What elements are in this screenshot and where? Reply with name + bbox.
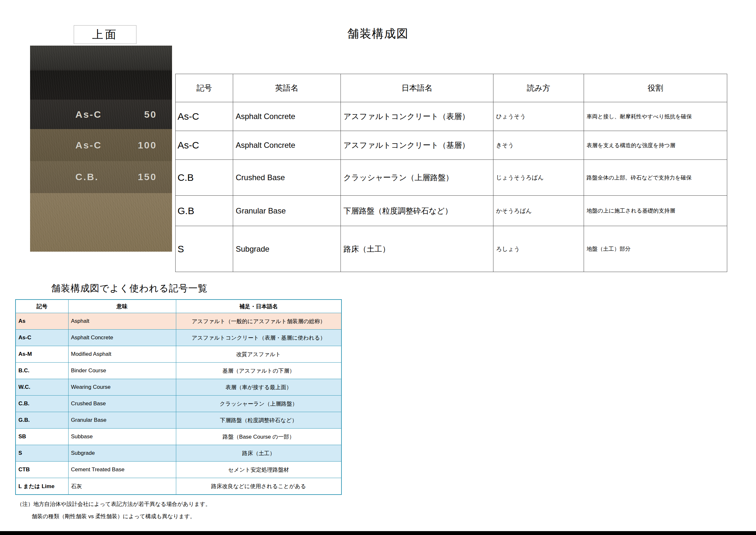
cell-symbol: G.B [176, 196, 233, 226]
cell-meaning: Cement Treated Base [68, 462, 176, 478]
cell-japanese: 下層路盤（粒度調整砕石など） [341, 196, 494, 226]
layer-symbol: As-C [75, 140, 102, 151]
symbol-table-container: 記号意味補足・日本語名 AsAsphaltアスファルト（一般的にアスファルト舗装… [15, 299, 342, 495]
cell-symbol: G.B. [15, 412, 68, 429]
cell-note: 下層路盤（粒度調整砕石など） [176, 412, 341, 429]
layer-thickness: 100 [138, 140, 157, 151]
cell-english: Asphalt Concrete [233, 131, 341, 160]
column-header: 記号 [176, 74, 233, 102]
cell-english: Crushed Base [233, 160, 341, 196]
table-row: As-CAsphalt Concreteアスファルトコンクリート（表層・基層に使… [15, 330, 341, 346]
cell-note: アスファルトコンクリート（表層・基層に使われる） [176, 330, 341, 346]
cell-meaning: Modified Asphalt [68, 346, 176, 363]
cell-japanese: 路床（土工） [341, 226, 494, 272]
table-row: C.BCrushed Baseクラッシャーラン（上層路盤）じょうそうろばん路盤全… [176, 160, 727, 196]
layer-symbol: As-C [75, 109, 102, 120]
cell-symbol: S [15, 445, 68, 462]
symbol-table-header-row: 記号意味補足・日本語名 [15, 299, 341, 313]
cell-role: 路盤全体の上部。砕石などで支持力を確保 [584, 160, 727, 196]
table-row: W.C.Wearing Course表層（車が接する最上面） [15, 379, 341, 396]
cell-reading: かそうろばん [494, 196, 584, 226]
cell-symbol: C.B. [15, 396, 68, 412]
table-row: SSubgrade路床（土工） [15, 445, 341, 462]
cell-note: アスファルト（一般的にアスファルト舗装層の総称） [176, 313, 341, 330]
cell-note: セメント安定処理路盤材 [176, 462, 341, 478]
cell-meaning: Granular Base [68, 412, 176, 429]
cell-symbol: As [15, 313, 68, 330]
column-header: 日本語名 [341, 74, 494, 102]
pavement-photo: As-C50As-C100C.B.150 [30, 45, 172, 252]
layer-table-body: As-CAsphalt Concreteアスファルトコンクリート（表層）ひょうそ… [176, 102, 727, 272]
bottom-edge-bar [0, 531, 756, 535]
cell-meaning: 石灰 [68, 478, 176, 495]
cell-reading: ひょうそう [494, 102, 584, 131]
cell-symbol: L または Lime [15, 478, 68, 495]
layer-table-header-row: 記号英語名日本語名読み方役割 [176, 74, 727, 102]
page-title: 舗装構成図 [0, 26, 756, 42]
table-row: As-CAsphalt Concreteアスファルトコンクリート（表層）ひょうそ… [176, 102, 727, 131]
cell-role: 地盤（土工）部分 [584, 226, 727, 272]
symbol-table: 記号意味補足・日本語名 AsAsphaltアスファルト（一般的にアスファルト舗装… [15, 299, 342, 495]
cell-symbol: As-C [176, 131, 233, 160]
layer-label: As-C50 [75, 109, 157, 120]
cell-meaning: Subgrade [68, 445, 176, 462]
column-header: 補足・日本語名 [176, 299, 341, 313]
column-header: 役割 [584, 74, 727, 102]
cell-english: Asphalt Concrete [233, 102, 341, 131]
column-header: 意味 [68, 299, 176, 313]
layer-thickness: 150 [138, 171, 157, 183]
table-row: B.C.Binder Course基層（アスファルトの下層） [15, 363, 341, 379]
layer-table-container: 記号英語名日本語名読み方役割 As-CAsphalt Concreteアスファル… [175, 74, 727, 272]
layer-label: C.B.150 [75, 171, 157, 183]
cell-symbol: CTB [15, 462, 68, 478]
cell-reading: きそう [494, 131, 584, 160]
table-row: As-MModified Asphalt改質アスファルト [15, 346, 341, 363]
cell-note: 改質アスファルト [176, 346, 341, 363]
table-row: AsAsphaltアスファルト（一般的にアスファルト舗装層の総称） [15, 313, 341, 330]
cell-japanese: アスファルトコンクリート（表層） [341, 102, 494, 131]
column-header: 記号 [15, 299, 68, 313]
table-row: SSubgrade路床（土工）ろしょう地盤（土工）部分 [176, 226, 727, 272]
symbol-section-heading: 舗装構成図でよく使われる記号一覧 [51, 282, 207, 295]
cell-note: 表層（車が接する最上面） [176, 379, 341, 396]
cell-meaning: Subbase [68, 429, 176, 445]
cell-symbol: SB [15, 429, 68, 445]
cell-note: クラッシャーラン（上層路盤） [176, 396, 341, 412]
layer-thickness: 50 [144, 109, 157, 120]
cell-reading: ろしょう [494, 226, 584, 272]
table-row: CTBCement Treated Baseセメント安定処理路盤材 [15, 462, 341, 478]
table-row: G.BGranular Base下層路盤（粒度調整砕石など）かそうろばん地盤の上… [176, 196, 727, 226]
table-row: SBSubbase路盤（Base Course の一部） [15, 429, 341, 445]
cell-symbol: As-C [15, 330, 68, 346]
cell-meaning: Wearing Course [68, 379, 176, 396]
footnote-line: 舗装の種類（剛性舗装 vs 柔性舗装）によって構成も異なります。 [32, 510, 211, 523]
cell-english: Subgrade [233, 226, 341, 272]
cell-symbol: S [176, 226, 233, 272]
symbol-table-body: AsAsphaltアスファルト（一般的にアスファルト舗装層の総称）As-CAsp… [15, 313, 341, 495]
table-row: C.B.Crushed Baseクラッシャーラン（上層路盤） [15, 396, 341, 412]
table-row: G.B.Granular Base下層路盤（粒度調整砕石など） [15, 412, 341, 429]
cell-meaning: Asphalt [68, 313, 176, 330]
cell-meaning: Asphalt Concrete [68, 330, 176, 346]
cell-meaning: Crushed Base [68, 396, 176, 412]
cell-role: 地盤の上に施工される基礎的支持層 [584, 196, 727, 226]
layer-table: 記号英語名日本語名読み方役割 As-CAsphalt Concreteアスファル… [175, 74, 727, 272]
cell-symbol: As-M [15, 346, 68, 363]
cell-japanese: アスファルトコンクリート（基層） [341, 131, 494, 160]
table-row: As-CAsphalt Concreteアスファルトコンクリート（基層）きそう表… [176, 131, 727, 160]
cell-note: 路盤（Base Course の一部） [176, 429, 341, 445]
cell-symbol: C.B [176, 160, 233, 196]
layer-label: As-C100 [75, 140, 157, 151]
cell-english: Granular Base [233, 196, 341, 226]
cell-note: 路床（土工） [176, 445, 341, 462]
table-row: L または Lime石灰路床改良などに使用されることがある [15, 478, 341, 495]
layer-symbol: C.B. [75, 171, 99, 183]
cell-role: 表層を支える構造的な強度を持つ層 [584, 131, 727, 160]
cell-symbol: B.C. [15, 363, 68, 379]
cell-japanese: クラッシャーラン（上層路盤） [341, 160, 494, 196]
cell-role: 車両と接し、耐摩耗性やすべり抵抗を確保 [584, 102, 727, 131]
cell-meaning: Binder Course [68, 363, 176, 379]
cell-note: 基層（アスファルトの下層） [176, 363, 341, 379]
cell-symbol: As-C [176, 102, 233, 131]
cell-symbol: W.C. [15, 379, 68, 396]
